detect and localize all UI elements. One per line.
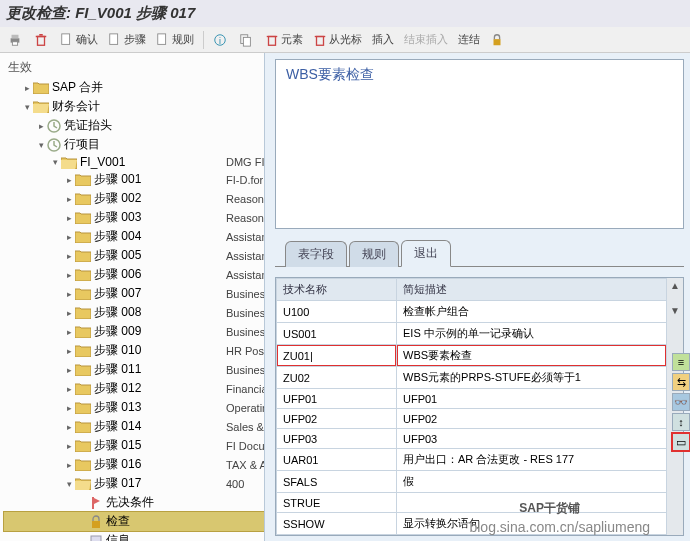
tree-desc: Reason C <box>226 193 265 205</box>
svg-rect-13 <box>494 39 501 45</box>
confirm-button[interactable]: 确认 <box>56 30 102 49</box>
table-row[interactable]: US001EIS 中示例的单一记录确认 <box>277 323 667 345</box>
svg-rect-16 <box>92 497 94 509</box>
tree-step[interactable]: ▸步骤 009Business <box>4 322 264 341</box>
tree-desc: Business <box>226 288 265 300</box>
tree-step[interactable]: ▸步骤 007Business <box>4 284 264 303</box>
tree-desc: Assistant <box>226 231 265 243</box>
rtool-binoculars[interactable]: 👓 <box>672 393 690 411</box>
tree-sap-merge[interactable]: ▸SAP 合并 <box>4 78 264 97</box>
table-row[interactable]: UFP03UFP03 <box>277 429 667 449</box>
svg-rect-1 <box>12 34 19 38</box>
svg-rect-5 <box>110 33 118 44</box>
scroll-up-icon[interactable]: ▲ <box>670 280 680 291</box>
table-row[interactable]: U100检查帐户组合 <box>277 301 667 323</box>
print-button[interactable] <box>4 31 28 49</box>
tree-desc: HR Postir <box>226 345 265 357</box>
step-button[interactable]: 步骤 <box>104 30 150 49</box>
table-row[interactable]: SSHOW显示转换尔语句 <box>277 513 667 535</box>
tree-fin-acct[interactable]: ▾财务会计 <box>4 97 264 116</box>
info-button[interactable]: i <box>209 31 233 49</box>
tree-prereq[interactable]: 先决条件 <box>4 493 264 512</box>
tree-check[interactable]: 检查 <box>4 512 264 531</box>
tree-step[interactable]: ▸步骤 016TAX & A <box>4 455 264 474</box>
table-row[interactable]: UFP01UFP01 <box>277 389 667 409</box>
main-area: 生效 ▸SAP 合并 ▾财务会计 ▸凭证抬头 ▾行项目 ▾FI_V001DMG … <box>0 53 690 541</box>
end-insert-button[interactable]: 结束插入 <box>400 30 452 49</box>
svg-rect-6 <box>158 33 166 44</box>
svg-rect-17 <box>92 521 100 528</box>
tree-step[interactable]: ▸步骤 015FI Docum <box>4 436 264 455</box>
toolbar: 确认 步骤 规则 i 元素 从光标 插入 结束插入 连结 <box>0 27 690 53</box>
tree-step[interactable]: ▸步骤 001FI-D.for <box>4 170 264 189</box>
svg-rect-4 <box>62 33 70 44</box>
lock-button[interactable] <box>486 31 510 49</box>
svg-rect-11 <box>269 36 276 45</box>
tree-step[interactable]: ▸步骤 004Assistant <box>4 227 264 246</box>
tree-step[interactable]: ▸步骤 008Business <box>4 303 264 322</box>
rule-button[interactable]: 规则 <box>152 30 198 49</box>
tree-desc: TAX & A <box>226 459 265 471</box>
tree-step[interactable]: ▸步骤 003Reason C <box>4 208 264 227</box>
tree-fi-v001[interactable]: ▾FI_V001DMG FI I <box>4 154 264 170</box>
col-short[interactable]: 简短描述 <box>397 279 667 301</box>
tree-info[interactable]: 信息 <box>4 531 264 541</box>
tree-desc: Operating <box>226 402 265 414</box>
rtool-select[interactable]: ▭ <box>672 433 690 451</box>
tab-rules[interactable]: 规则 <box>349 241 399 267</box>
tree-header: 生效 <box>4 57 264 78</box>
description-box: WBS要素检查 <box>275 59 684 229</box>
delete-element-button[interactable]: 元素 <box>261 30 307 49</box>
tree-desc: 400 <box>226 478 265 490</box>
rtool-4[interactable]: ↕ <box>672 413 690 431</box>
rtool-1[interactable]: ≡ <box>672 353 690 371</box>
right-toolbar: ≡ ⇆ 👓 ↕ ▭ <box>672 353 690 451</box>
tree-step[interactable]: ▸步骤 011Business <box>4 360 264 379</box>
separator <box>203 31 204 49</box>
tree-desc: Assistant <box>226 250 265 262</box>
tree-step-017[interactable]: ▾步骤 017400 <box>4 474 264 493</box>
table-row[interactable]: UFP02UFP02 <box>277 409 667 429</box>
tree-desc: FI-D.for <box>226 174 265 186</box>
tree-desc: Business <box>226 307 265 319</box>
tab-exit[interactable]: 退出 <box>401 240 451 267</box>
tree-step[interactable]: ▸步骤 014Sales & M <box>4 417 264 436</box>
tree-step[interactable]: ▸步骤 013Operating <box>4 398 264 417</box>
tree-desc: Financial I <box>226 383 265 395</box>
tree-desc: Reason C <box>226 212 265 224</box>
rtool-2[interactable]: ⇆ <box>672 373 690 391</box>
table-row[interactable]: SFALS假 <box>277 471 667 493</box>
svg-rect-3 <box>38 36 45 45</box>
tab-strip: 表字段 规则 退出 <box>275 239 684 267</box>
tab-fields[interactable]: 表字段 <box>285 241 347 267</box>
tree-line-item[interactable]: ▾行项目 <box>4 135 264 154</box>
exit-grid[interactable]: 技术名称 简短描述 U100检查帐户组合US001EIS 中示例的单一记录确认Z… <box>276 278 667 535</box>
col-tech[interactable]: 技术名称 <box>277 279 397 301</box>
svg-rect-10 <box>243 37 250 46</box>
tree-desc: DMG FI I <box>226 156 265 168</box>
svg-rect-2 <box>12 41 17 45</box>
copy-button[interactable] <box>235 31 259 49</box>
tree-step[interactable]: ▸步骤 006Assistant <box>4 265 264 284</box>
tree-step[interactable]: ▸步骤 012Financial I <box>4 379 264 398</box>
link-button[interactable]: 连结 <box>454 30 484 49</box>
delete-button[interactable] <box>30 31 54 49</box>
table-row[interactable]: STRUE <box>277 493 667 513</box>
tree-step[interactable]: ▸步骤 005Assistant <box>4 246 264 265</box>
tree-pane: 生效 ▸SAP 合并 ▾财务会计 ▸凭证抬头 ▾行项目 ▾FI_V001DMG … <box>0 53 265 541</box>
tree-desc: Business <box>226 326 265 338</box>
table-row[interactable]: UAR01用户出口：AR 合法更改 - RES 177 <box>277 449 667 471</box>
detail-pane: WBS要素检查 表字段 规则 退出 技术名称 简短描述 U100检查帐户组合US… <box>265 53 690 541</box>
tree-desc: FI Docum <box>226 440 265 452</box>
tree-step[interactable]: ▸步骤 002Reason C <box>4 189 264 208</box>
svg-rect-12 <box>317 36 324 45</box>
tree-voucher-head[interactable]: ▸凭证抬头 <box>4 116 264 135</box>
svg-text:i: i <box>219 35 221 45</box>
tree-step[interactable]: ▸步骤 010HR Postir <box>4 341 264 360</box>
table-row[interactable]: ZU01|WBS要素检查 <box>277 345 667 367</box>
svg-rect-18 <box>91 536 101 542</box>
scroll-down-icon[interactable]: ▼ <box>670 305 680 316</box>
insert-button[interactable]: 插入 <box>368 30 398 49</box>
from-cursor-button[interactable]: 从光标 <box>309 30 366 49</box>
table-row[interactable]: ZU02WBS元素的PRPS-STUFE必须等于1 <box>277 367 667 389</box>
